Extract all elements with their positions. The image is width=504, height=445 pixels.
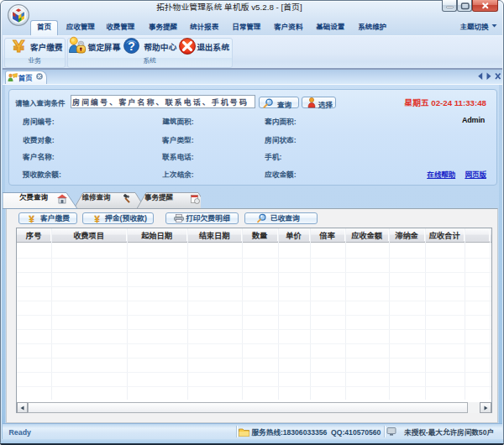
svg-text:¥: ¥ — [29, 214, 34, 223]
svg-text:¥: ¥ — [13, 36, 24, 55]
svg-text:¥: ¥ — [94, 214, 100, 223]
svg-text:?: ? — [128, 39, 135, 52]
